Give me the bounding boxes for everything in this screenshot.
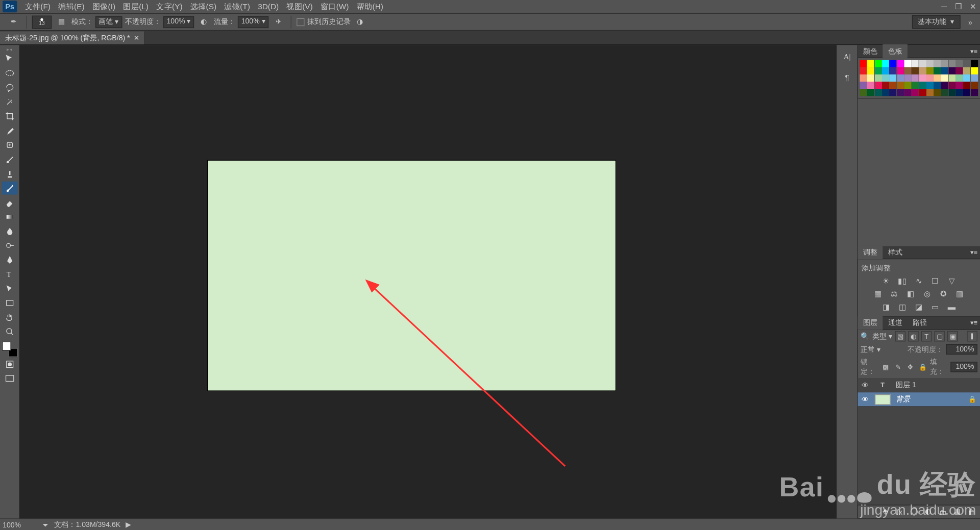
document-tab[interactable]: 未标题-25.jpg @ 100% (背景, RGB/8) * ✕ (0, 31, 145, 44)
swatch-cell[interactable] (948, 74, 955, 82)
swatch-cell[interactable] (926, 67, 934, 74)
swatch-cell[interactable] (934, 82, 941, 89)
menu-edit[interactable]: 编辑(E) (55, 0, 89, 14)
swatch-cell[interactable] (963, 67, 970, 74)
swatch-cell[interactable] (926, 60, 934, 67)
swatch-cell[interactable] (912, 89, 919, 96)
swatch-cell[interactable] (860, 74, 867, 82)
brightness-icon[interactable]: ☀ (880, 275, 892, 286)
swatch-cell[interactable] (956, 60, 963, 67)
stamp-tool[interactable] (2, 167, 17, 181)
swatch-cell[interactable] (926, 89, 934, 96)
swatch-cell[interactable] (919, 74, 926, 82)
tool-preset-icon[interactable]: ✒ (7, 15, 21, 29)
swatch-cell[interactable] (971, 82, 978, 89)
visibility-icon[interactable]: 👁 (861, 395, 870, 403)
swatch-cell[interactable] (860, 67, 867, 74)
swatch-cell[interactable] (860, 89, 867, 96)
swatch-cell[interactable] (889, 67, 896, 74)
filter-adjust-icon[interactable]: ◐ (908, 331, 918, 341)
airbrush-icon[interactable]: ✈ (272, 15, 286, 29)
swatch-cell[interactable] (971, 60, 978, 67)
gradient-map-icon[interactable]: ▭ (929, 301, 941, 312)
lock-position-icon[interactable]: ✥ (905, 362, 915, 371)
swatch-cell[interactable] (926, 74, 934, 82)
foreground-color[interactable] (2, 341, 11, 350)
adjustment-layer-icon[interactable]: ◐ (924, 507, 933, 516)
new-layer-icon[interactable]: ▤ (952, 507, 962, 516)
menu-view[interactable]: 视图(V) (283, 0, 317, 14)
canvas-area[interactable] (19, 45, 836, 518)
swatch-cell[interactable] (926, 82, 934, 89)
lock-transparency-icon[interactable]: ▩ (881, 362, 890, 371)
path-select-tool[interactable] (2, 282, 17, 295)
swatch-cell[interactable] (919, 89, 926, 96)
swatch-cell[interactable] (963, 60, 970, 67)
filter-smart-icon[interactable]: ▣ (947, 331, 958, 341)
gradient-tool[interactable] (2, 210, 17, 223)
status-expand-icon[interactable]: ⏷ (42, 521, 49, 528)
fill-input[interactable]: 100% (950, 362, 977, 372)
curves-icon[interactable]: ∿ (913, 275, 925, 286)
screenmode-tool[interactable] (2, 372, 17, 386)
swatch-cell[interactable] (919, 82, 926, 89)
menu-filter[interactable]: 滤镜(T) (220, 0, 254, 14)
swatch-cell[interactable] (860, 82, 867, 89)
lock-paint-icon[interactable]: ✎ (893, 362, 902, 371)
paragraph-panel-icon[interactable]: ¶ (840, 71, 854, 85)
lasso-tool[interactable] (2, 81, 17, 94)
visibility-icon[interactable]: 👁 (861, 381, 870, 389)
pressure-size-icon[interactable]: ◑ (353, 15, 368, 29)
swatch-cell[interactable] (948, 82, 955, 89)
character-panel-icon[interactable]: A| (840, 51, 854, 64)
status-arrow-icon[interactable]: ▶ (126, 520, 131, 529)
swatch-cell[interactable] (941, 60, 948, 67)
swatch-cell[interactable] (904, 60, 911, 67)
swatch-cell[interactable] (874, 89, 881, 96)
swatch-cell[interactable] (912, 74, 919, 82)
type-tool[interactable]: T (2, 268, 17, 281)
paths-tab[interactable]: 路径 (908, 316, 933, 330)
swatch-cell[interactable] (867, 74, 874, 82)
tab-close-icon[interactable]: ✕ (134, 34, 139, 41)
swatch-cell[interactable] (904, 89, 911, 96)
close-icon[interactable]: ✕ (966, 1, 980, 12)
swatch-cell[interactable] (904, 74, 911, 82)
swatch-cell[interactable] (897, 60, 904, 67)
swatch-cell[interactable] (941, 67, 948, 74)
swatch-cell[interactable] (867, 60, 874, 67)
swatch-cell[interactable] (874, 60, 881, 67)
document-info[interactable]: 文档：1.03M/394.6K (54, 520, 120, 529)
swatch-cell[interactable] (874, 82, 881, 89)
swatch-cell[interactable] (897, 89, 904, 96)
swatch-cell[interactable] (956, 89, 963, 96)
menu-image[interactable]: 图像(I) (88, 0, 119, 14)
filter-shape-icon[interactable]: ▢ (934, 331, 944, 341)
vibrance-icon[interactable]: ▽ (946, 275, 958, 286)
levels-icon[interactable]: ▮▯ (897, 275, 909, 286)
blur-tool[interactable] (2, 224, 17, 238)
swatch-cell[interactable] (956, 82, 963, 89)
swatch-cell[interactable] (963, 89, 970, 96)
swatch-cell[interactable] (889, 74, 896, 82)
swatch-cell[interactable] (860, 60, 867, 67)
opacity-input[interactable]: 100% ▾ (163, 16, 194, 28)
swatch-cell[interactable] (934, 67, 941, 74)
menu-select[interactable]: 选择(S) (186, 0, 220, 14)
dodge-tool[interactable] (2, 239, 17, 252)
mode-select[interactable]: 画笔 ▾ (95, 16, 122, 28)
eyedropper-tool[interactable] (2, 124, 17, 137)
swatch-cell[interactable] (912, 60, 919, 67)
history-checkbox[interactable] (297, 18, 305, 26)
swatch-cell[interactable] (904, 67, 911, 74)
swatch-cell[interactable] (919, 60, 926, 67)
brush-tool[interactable] (2, 153, 17, 166)
swatch-cell[interactable] (963, 82, 970, 89)
channels-tab[interactable]: 通道 (883, 316, 908, 330)
layer-opacity-input[interactable]: 100% (946, 344, 977, 355)
group-icon[interactable]: 🗀 (938, 507, 947, 516)
shape-tool[interactable] (2, 296, 17, 310)
swatch-cell[interactable] (889, 82, 896, 89)
hue-icon[interactable]: ▦ (872, 289, 884, 299)
filter-pixel-icon[interactable]: ▧ (895, 331, 905, 341)
